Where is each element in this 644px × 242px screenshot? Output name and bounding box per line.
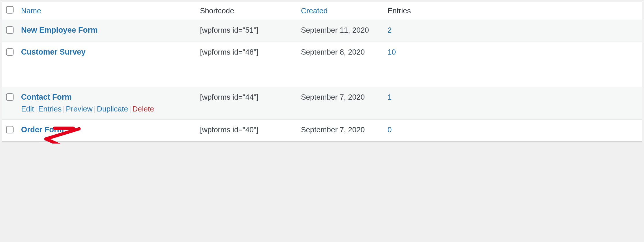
action-separator: | [93, 105, 97, 113]
row-checkbox[interactable] [6, 26, 14, 34]
table-row: Customer Survey[wpforms id="48"]Septembe… [2, 42, 642, 87]
row-checkbox[interactable] [6, 126, 14, 133]
row-created: September 7, 2020 [298, 87, 385, 120]
row-checkbox[interactable] [6, 48, 14, 56]
row-shortcode: [wpforms id="48"] [197, 42, 298, 87]
entries-count-link[interactable]: 10 [387, 48, 396, 56]
row-created: September 11, 2020 [298, 20, 385, 42]
select-all-checkbox[interactable] [6, 6, 14, 14]
header-created[interactable]: Created [298, 2, 385, 20]
sort-created-link[interactable]: Created [301, 6, 328, 15]
row-name-cell: Contact FormEdit|Entries|Preview|Duplica… [18, 87, 197, 120]
header-name[interactable]: Name [18, 2, 197, 20]
edit-link[interactable]: Edit [21, 105, 34, 113]
table-row: New Employee Form[wpforms id="51"]Septem… [2, 20, 642, 42]
entries-count-link[interactable]: 1 [387, 93, 392, 101]
row-checkbox-cell [2, 87, 18, 120]
sort-name-link[interactable]: Name [21, 6, 41, 15]
row-created: September 8, 2020 [298, 42, 385, 87]
row-actions: Edit|Entries|Preview|Duplicate|Delete [21, 105, 194, 113]
form-name-link[interactable]: New Employee Form [21, 26, 98, 35]
header-shortcode: Shortcode [197, 2, 298, 20]
duplicate-link[interactable]: Duplicate [97, 105, 128, 113]
row-name-cell: Order Form [18, 120, 197, 142]
row-entries-cell: 10 [385, 42, 642, 87]
form-name-link[interactable]: Contact Form [21, 93, 72, 102]
row-entries-cell: 0 [385, 120, 642, 142]
delete-link[interactable]: Delete [132, 105, 154, 113]
row-name-cell: Customer Survey [18, 42, 197, 87]
forms-table-wrapper: Name Shortcode Created Entries New Emplo… [2, 2, 642, 142]
row-entries-cell: 2 [385, 20, 642, 42]
form-name-link[interactable]: Customer Survey [21, 48, 86, 57]
header-entries: Entries [385, 2, 642, 20]
entries-link[interactable]: Entries [38, 105, 62, 113]
row-checkbox-cell [2, 120, 18, 142]
table-row: Contact FormEdit|Entries|Preview|Duplica… [2, 87, 642, 120]
form-name-link[interactable]: Order Form [21, 125, 64, 134]
row-created: September 7, 2020 [298, 120, 385, 142]
row-checkbox-cell [2, 20, 18, 42]
entries-count-link[interactable]: 0 [387, 125, 392, 134]
row-entries-cell: 1 [385, 87, 642, 120]
row-shortcode: [wpforms id="44"] [197, 87, 298, 120]
header-checkbox-cell [2, 2, 18, 20]
preview-link[interactable]: Preview [66, 105, 92, 113]
action-separator: | [128, 105, 132, 113]
action-separator: | [34, 105, 38, 113]
table-header-row: Name Shortcode Created Entries [2, 2, 642, 20]
row-name-cell: New Employee Form [18, 20, 197, 42]
row-checkbox-cell [2, 42, 18, 87]
forms-table: Name Shortcode Created Entries New Emplo… [2, 2, 642, 142]
row-checkbox[interactable] [6, 93, 14, 101]
row-shortcode: [wpforms id="40"] [197, 120, 298, 142]
table-row: Order Form[wpforms id="40"]September 7, … [2, 120, 642, 142]
row-shortcode: [wpforms id="51"] [197, 20, 298, 42]
entries-count-link[interactable]: 2 [387, 26, 392, 34]
action-separator: | [62, 105, 66, 113]
